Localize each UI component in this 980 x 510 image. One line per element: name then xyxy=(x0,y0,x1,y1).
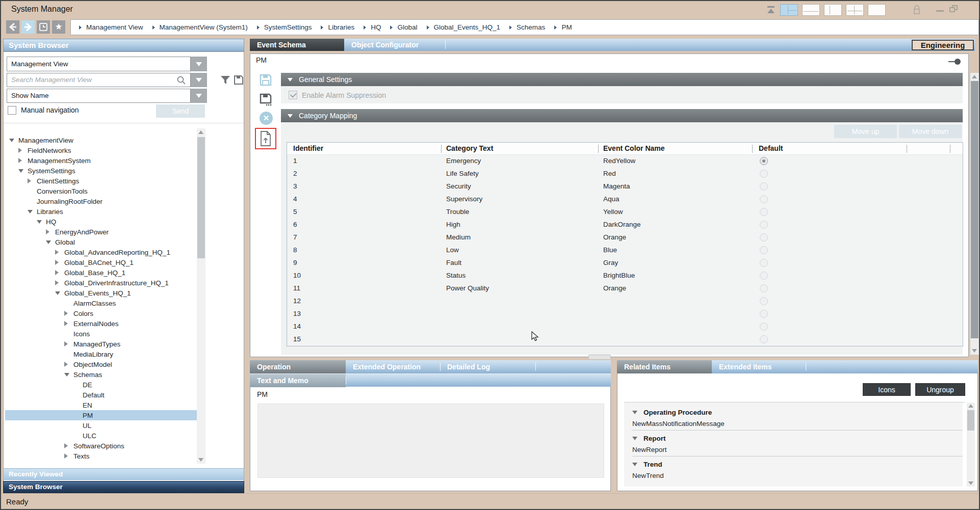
collapsed-arrow-icon[interactable] xyxy=(18,158,28,163)
breadcrumb-item[interactable]: HQ xyxy=(364,23,381,31)
tree-item-SoftwareOptions[interactable]: SoftwareOptions xyxy=(5,441,198,451)
expanded-arrow-icon[interactable] xyxy=(28,210,37,213)
related-item-NewReport[interactable]: NewReport xyxy=(632,444,963,455)
default-radio[interactable] xyxy=(760,221,768,229)
tree-item-FieldNetworks[interactable]: FieldNetworks xyxy=(5,145,198,155)
tree-item-Schemas[interactable]: Schemas xyxy=(5,369,198,380)
default-radio[interactable] xyxy=(760,259,768,267)
category-mapping-header[interactable]: Category Mapping xyxy=(281,109,963,122)
expanded-arrow-icon[interactable] xyxy=(46,240,55,244)
category-row-13[interactable]: 13 xyxy=(287,308,963,320)
tab-operation[interactable]: Operation xyxy=(250,360,346,373)
engineering-mode-button[interactable]: Engineering xyxy=(912,40,974,50)
expanded-arrow-icon[interactable] xyxy=(9,139,18,142)
layout-preset-2-button[interactable] xyxy=(802,4,820,16)
tree-scrollbar[interactable] xyxy=(197,128,205,464)
tree-item-EN[interactable]: EN xyxy=(5,400,198,410)
view-selector-dropdown-button[interactable] xyxy=(191,57,207,71)
collapsed-arrow-icon[interactable] xyxy=(64,443,73,448)
tree-item-Default[interactable]: Default xyxy=(5,390,198,400)
tab-detailed-log[interactable]: Detailed Log xyxy=(440,360,535,373)
tree-item-ManagementSystem[interactable]: ManagementSystem xyxy=(5,155,198,166)
category-row-4[interactable]: 4SupervisoryAqua xyxy=(287,193,963,206)
save-filter-icon[interactable] xyxy=(233,74,245,86)
collapsed-arrow-icon[interactable] xyxy=(28,178,37,183)
restore-button[interactable] xyxy=(949,5,959,13)
layout-preset-3-button[interactable] xyxy=(824,4,842,16)
category-row-7[interactable]: 7MediumOrange xyxy=(287,231,963,244)
enable-alarm-suppression-checkbox[interactable] xyxy=(289,91,297,99)
category-row-15[interactable]: 15 xyxy=(287,333,963,346)
expanded-arrow-icon[interactable] xyxy=(632,437,637,440)
tree-item-Global_Events_HQ_1[interactable]: Global_Events_HQ_1 xyxy=(5,288,198,298)
breadcrumb-item[interactable]: SystemSettings xyxy=(257,23,312,31)
move-up-button[interactable]: Move up xyxy=(834,125,897,138)
tree-item-Colors[interactable]: Colors xyxy=(5,308,198,318)
send-button[interactable]: Send xyxy=(156,104,205,118)
default-radio[interactable] xyxy=(760,195,768,203)
collapsed-arrow-icon[interactable] xyxy=(55,270,64,275)
column-category-text[interactable]: Category Text xyxy=(446,144,493,152)
tree-item-Global_DriverInfrastructure_HQ_1[interactable]: Global_DriverInfrastructure_HQ_1 xyxy=(5,278,198,288)
expanded-arrow-icon[interactable] xyxy=(632,411,637,414)
recently-viewed-bar[interactable]: Recently Viewed xyxy=(3,468,244,480)
category-row-6[interactable]: 6HighDarkOrange xyxy=(287,219,963,231)
memo-textarea[interactable] xyxy=(257,404,604,478)
default-radio[interactable] xyxy=(760,182,768,191)
default-radio[interactable] xyxy=(760,323,768,331)
category-row-2[interactable]: 2Life SafetyRed xyxy=(287,168,963,180)
save-as-icon[interactable] xyxy=(259,92,273,106)
lock-icon[interactable] xyxy=(913,5,921,15)
import-document-icon[interactable] xyxy=(260,130,271,147)
tab-extended-items[interactable]: Extended Items xyxy=(712,360,806,373)
tree-item-DE[interactable]: DE xyxy=(5,380,198,390)
tree-item-Global[interactable]: Global xyxy=(5,237,198,247)
display-mode-dropdown-button[interactable] xyxy=(191,89,207,103)
favorites-star-icon[interactable]: ★ xyxy=(52,20,65,34)
layout-preset-1-button[interactable] xyxy=(780,4,798,16)
related-scrollbar[interactable] xyxy=(967,402,975,487)
default-radio[interactable] xyxy=(760,272,768,280)
tree-item-Libraries[interactable]: Libraries xyxy=(5,206,198,217)
default-radio[interactable] xyxy=(760,170,768,178)
category-row-14[interactable]: 14 xyxy=(287,320,963,333)
tree-item-ConversionTools[interactable]: ConversionTools xyxy=(5,186,198,196)
column-event-color-name[interactable]: Event Color Name xyxy=(603,144,665,152)
breadcrumb-item[interactable]: Global xyxy=(390,23,417,31)
tree-item-Icons[interactable]: Icons xyxy=(5,329,198,339)
general-settings-header[interactable]: General Settings xyxy=(281,73,963,86)
layout-preset-5-button[interactable] xyxy=(868,4,886,16)
tree-item-EnergyAndPower[interactable]: EnergyAndPower xyxy=(5,227,198,237)
category-row-5[interactable]: 5TroubleYellow xyxy=(287,206,963,219)
breadcrumb-item[interactable]: ManagementView (System1) xyxy=(152,23,248,31)
scroll-down-icon[interactable] xyxy=(968,481,973,485)
collapsed-arrow-icon[interactable] xyxy=(46,229,55,234)
tree-item-Global_AdvancedReporting_HQ_1[interactable]: Global_AdvancedReporting_HQ_1 xyxy=(5,247,198,257)
collapsed-arrow-icon[interactable] xyxy=(64,341,73,346)
related-group-trend[interactable]: Trend xyxy=(632,459,963,470)
category-row-3[interactable]: 3SecurityMagenta xyxy=(287,180,963,193)
scroll-up-icon[interactable] xyxy=(972,75,977,78)
related-item-NewMassNotificationMessage[interactable]: NewMassNotificationMessage xyxy=(632,418,963,429)
tab-extended-operation[interactable]: Extended Operation xyxy=(346,360,440,373)
expanded-arrow-icon[interactable] xyxy=(55,291,64,295)
related-scrollbar-thumb[interactable] xyxy=(967,410,974,431)
search-dropdown-button[interactable] xyxy=(191,73,207,87)
main-scrollbar-thumb[interactable] xyxy=(971,81,978,338)
layout-preset-4-button[interactable] xyxy=(846,4,864,16)
tree-item-ManagementView[interactable]: ManagementView xyxy=(5,135,198,145)
column-default[interactable]: Default xyxy=(759,144,783,152)
breadcrumb-item[interactable]: PM xyxy=(554,23,572,31)
tab-event-schema[interactable]: Event Schema xyxy=(250,39,344,51)
collapsed-arrow-icon[interactable] xyxy=(55,280,64,285)
collapsed-arrow-icon[interactable] xyxy=(64,321,73,326)
collapsed-arrow-icon[interactable] xyxy=(18,148,28,153)
scroll-up-icon[interactable] xyxy=(968,404,973,408)
tree-scrollbar-thumb[interactable] xyxy=(197,137,205,258)
history-icon[interactable] xyxy=(37,20,50,34)
default-radio[interactable] xyxy=(760,208,768,216)
related-group-operating-procedure[interactable]: Operating Procedure xyxy=(632,407,963,418)
tab-object-configurator[interactable]: Object Configurator xyxy=(344,39,440,51)
tree-item-Texts[interactable]: Texts xyxy=(5,451,198,461)
collapsed-arrow-icon[interactable] xyxy=(64,362,73,367)
